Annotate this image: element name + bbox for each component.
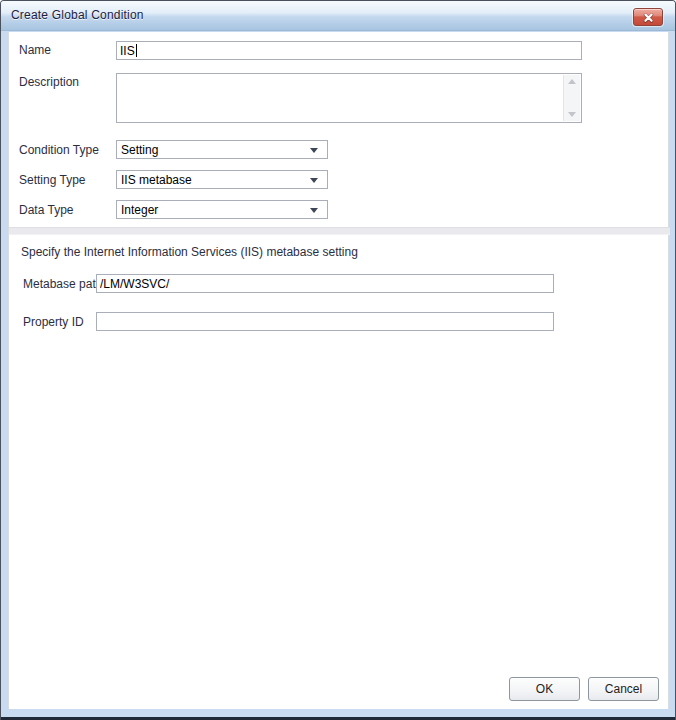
data-type-dropdown[interactable]: Integer (116, 200, 328, 219)
dialog-content: Name IIS Description Condition Type Sett… (8, 32, 669, 709)
close-button[interactable] (633, 8, 663, 26)
data-type-label: Data Type (19, 203, 73, 217)
name-label: Name (19, 43, 51, 57)
description-label: Description (19, 75, 79, 89)
text-caret (136, 44, 137, 57)
ok-button[interactable]: OK (509, 677, 580, 701)
condition-type-label: Condition Type (19, 143, 99, 157)
description-scrollbar[interactable] (563, 75, 580, 121)
metabase-section-heading: Specify the Internet Information Service… (21, 245, 358, 259)
chevron-down-icon (310, 148, 318, 153)
section-separator (9, 227, 670, 235)
metabase-path-label: Metabase path (23, 277, 102, 291)
scroll-down-icon[interactable] (568, 112, 576, 117)
setting-type-value: IIS metabase (121, 173, 192, 187)
scroll-up-icon[interactable] (568, 79, 576, 84)
condition-type-dropdown[interactable]: Setting (116, 140, 328, 159)
close-icon (643, 12, 654, 23)
description-textarea[interactable] (116, 73, 582, 123)
create-global-condition-dialog: Create Global Condition Name IIS Descrip… (0, 0, 676, 720)
setting-type-dropdown[interactable]: IIS metabase (116, 170, 328, 189)
metabase-path-input[interactable] (96, 274, 554, 293)
property-id-label: Property ID (23, 315, 84, 329)
condition-type-value: Setting (121, 143, 158, 157)
name-input-value: IIS (120, 44, 135, 58)
cancel-button[interactable]: Cancel (588, 677, 659, 701)
titlebar[interactable]: Create Global Condition (1, 1, 675, 31)
property-id-input[interactable] (96, 312, 554, 331)
name-input[interactable]: IIS (116, 41, 582, 60)
window-title: Create Global Condition (11, 8, 144, 22)
chevron-down-icon (310, 208, 318, 213)
chevron-down-icon (310, 178, 318, 183)
data-type-value: Integer (121, 203, 158, 217)
setting-type-label: Setting Type (19, 173, 86, 187)
